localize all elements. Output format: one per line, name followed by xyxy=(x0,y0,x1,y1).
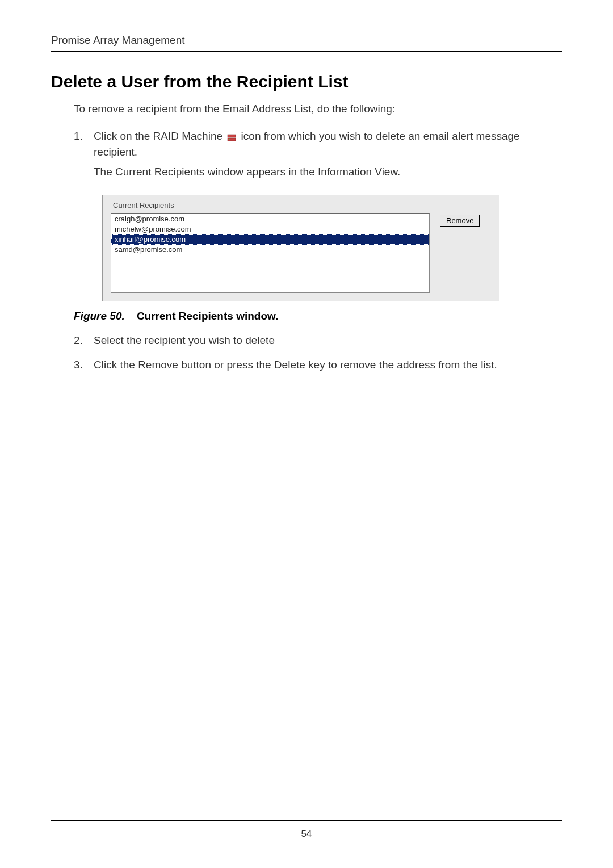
step-1-extra: The Current Recipients window appears in… xyxy=(94,164,562,181)
intro-text: To remove a recipient from the Email Add… xyxy=(74,102,562,117)
step-1-content: Click on the RAID Machine icon from whic… xyxy=(94,128,562,184)
steps-list: 1. Click on the RAID Machine icon from w… xyxy=(74,128,562,184)
svg-rect-1 xyxy=(228,138,236,141)
remove-rest: emove xyxy=(451,216,473,225)
remove-button-area: Remove xyxy=(440,213,491,293)
list-item[interactable]: samd@promise.com xyxy=(111,245,429,255)
remove-accelerator: R xyxy=(446,216,451,225)
step-1-number: 1. xyxy=(74,128,94,184)
step-1: 1. Click on the RAID Machine icon from w… xyxy=(74,128,562,184)
page-header: Promise Array Management xyxy=(51,34,562,52)
list-item[interactable]: michelw@promise.com xyxy=(111,224,429,234)
figure-caption-text: Current Recipients window. xyxy=(137,310,279,322)
step-2-text: Select the recipient you wish to delete xyxy=(94,333,562,349)
svg-point-2 xyxy=(229,135,230,136)
step-3-content: Click the Remove button or press the Del… xyxy=(94,357,562,377)
figure-caption-label: Figure 50. xyxy=(74,310,125,322)
figure-caption: Figure 50. Current Recipients window. xyxy=(74,310,562,322)
page-number: 54 xyxy=(301,828,312,839)
step-3-text: Click the Remove button or press the Del… xyxy=(94,357,562,374)
list-item[interactable]: craigh@promise.com xyxy=(111,214,429,224)
step-2-content: Select the recipient you wish to delete xyxy=(94,333,562,353)
svg-point-3 xyxy=(229,139,230,140)
step-2-number: 2. xyxy=(74,333,94,353)
header-title: Promise Array Management xyxy=(51,34,185,46)
remove-button[interactable]: Remove xyxy=(440,215,480,227)
current-recipients-window: Current Recipients craigh@promise.com mi… xyxy=(102,195,499,301)
step-1-text: Click on the RAID Machine icon from whic… xyxy=(94,128,562,161)
step-3: 3. Click the Remove button or press the … xyxy=(74,357,562,377)
step-2: 2. Select the recipient you wish to dele… xyxy=(74,333,562,353)
steps-list-cont: 2. Select the recipient you wish to dele… xyxy=(74,333,562,376)
list-item-selected[interactable]: xinhaif@promise.com xyxy=(111,234,429,245)
figure-inner: craigh@promise.com michelw@promise.com x… xyxy=(111,213,491,293)
raid-machine-icon xyxy=(226,132,237,142)
figure-legend: Current Recipients xyxy=(111,201,177,209)
page-title: Delete a User from the Recipient List xyxy=(51,72,562,91)
recipients-listbox[interactable]: craigh@promise.com michelw@promise.com x… xyxy=(111,213,430,293)
svg-rect-0 xyxy=(228,135,236,137)
step-3-number: 3. xyxy=(74,357,94,377)
page-footer: 54 xyxy=(51,820,562,840)
